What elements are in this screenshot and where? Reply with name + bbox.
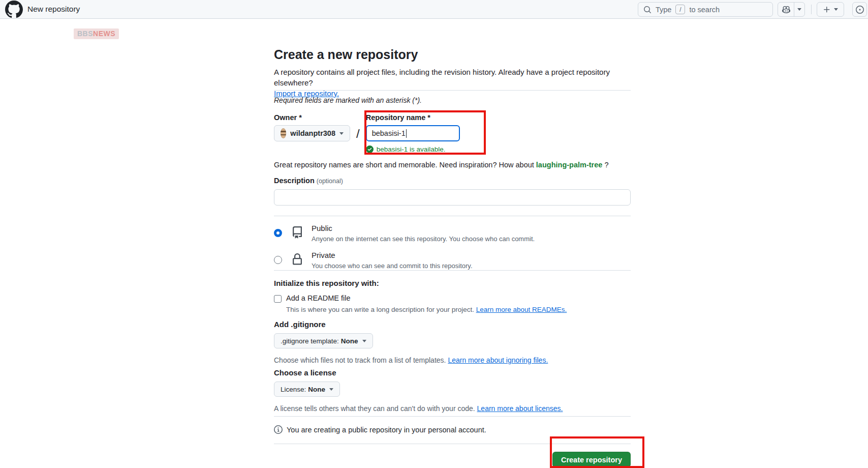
initialize-heading: Initialize this repository with: <box>274 279 631 287</box>
required-asterisk: * <box>427 113 430 122</box>
license-heading: Choose a license <box>274 368 631 377</box>
availability-message: bebasisi-1 is available. <box>366 145 460 153</box>
divider <box>274 444 631 444</box>
chevron-down-icon <box>339 132 344 135</box>
readme-learn-more-link[interactable]: Learn more about READMEs. <box>476 306 567 313</box>
private-label: Private <box>312 250 473 260</box>
watermark-text-gray: BBS <box>77 30 93 38</box>
header-divider <box>811 5 812 14</box>
repository-name-input[interactable]: bebasisi-1 <box>366 125 460 141</box>
description-field: Description (optional) <box>274 177 631 206</box>
page-context-title: New repository <box>27 5 80 14</box>
owner-name: wildanptr308 <box>290 129 335 137</box>
license-learn-more-link[interactable]: Learn more about licenses. <box>477 404 563 413</box>
license-select-value: None <box>308 386 325 393</box>
github-new-repository-page: { "colors": { "annotation_red": "#e8150d… <box>0 0 868 468</box>
description-label: Description (optional) <box>274 177 631 185</box>
required-fields-note: Required fields are marked with an aster… <box>274 96 631 104</box>
copilot-menu-button[interactable] <box>778 2 805 17</box>
bbsnews-watermark: BBSNEWS <box>74 28 119 39</box>
issues-button[interactable] <box>852 2 867 17</box>
license-select[interactable]: License: None <box>274 382 340 397</box>
public-description: Anyone on the internet can see this repo… <box>312 235 535 244</box>
copilot-dropdown-button[interactable] <box>794 3 804 16</box>
visibility-options: Public Anyone on the internet can see th… <box>274 223 631 277</box>
private-radio[interactable] <box>274 256 282 264</box>
readme-checkbox[interactable] <box>274 295 282 303</box>
github-logo-icon[interactable] <box>5 1 23 18</box>
license-section: Choose a license License: None A license… <box>274 368 631 414</box>
check-circle-icon <box>366 145 374 153</box>
chevron-down-icon <box>329 388 333 391</box>
slash-key-hint: / <box>675 5 685 14</box>
name-suggestion: Great repository names are short and mem… <box>274 160 631 170</box>
form-actions: Create repository <box>274 452 631 468</box>
optional-note: (optional) <box>317 178 343 185</box>
private-description: You choose who can see and commit to thi… <box>312 261 473 271</box>
public-label: Public <box>312 223 535 233</box>
divider <box>274 216 631 216</box>
divider <box>274 416 631 417</box>
required-asterisk: * <box>299 113 302 122</box>
intro-block: A repository contains all project files,… <box>274 67 631 99</box>
create-repository-button[interactable]: Create repository <box>552 452 631 467</box>
divider <box>274 270 631 271</box>
intro-text: A repository contains all project files,… <box>274 67 631 88</box>
owner-select[interactable]: wildanptr308 <box>274 125 350 141</box>
public-option[interactable]: Public Anyone on the internet can see th… <box>274 223 631 244</box>
private-option[interactable]: Private You choose who can see and commi… <box>274 250 631 271</box>
footer-note: You are creating a public repository in … <box>274 425 631 434</box>
create-new-menu-button[interactable] <box>817 2 844 17</box>
gitignore-template-select[interactable]: .gitignore template: None <box>274 333 373 348</box>
owner-repo-row: Owner * wildanptr308 / Repository name *… <box>274 113 631 153</box>
owner-field: Owner * wildanptr308 <box>274 113 350 141</box>
readme-option[interactable]: Add a README file <box>274 294 631 303</box>
suggested-name-link[interactable]: laughing-palm-tree <box>536 161 603 169</box>
lock-icon <box>291 253 303 266</box>
text-cursor <box>406 129 407 138</box>
owner-repo-separator: / <box>356 113 360 141</box>
search-icon <box>643 6 652 14</box>
app-header: New repository Type / to search <box>0 0 868 19</box>
description-input[interactable] <box>274 189 631 206</box>
repository-name-field: Repository name * bebasisi-1 bebasisi-1 … <box>366 113 460 153</box>
gitignore-select-prefix: .gitignore template: <box>281 337 339 345</box>
public-radio[interactable] <box>274 229 282 237</box>
license-select-prefix: License: <box>281 386 306 393</box>
chevron-down-icon <box>797 8 801 11</box>
gitignore-learn-more-link[interactable]: Learn more about ignoring files. <box>448 356 548 364</box>
search-input[interactable]: Type / to search <box>638 2 773 17</box>
copilot-icon[interactable] <box>778 3 794 16</box>
initialize-section: Initialize this repository with: Add a R… <box>274 279 631 313</box>
repository-name-label: Repository name * <box>366 113 460 122</box>
gitignore-description: Choose which files not to track from a l… <box>274 356 631 365</box>
issue-opened-icon <box>856 6 864 14</box>
watermark-text-red: NEWS <box>93 30 115 38</box>
avatar <box>281 128 286 138</box>
info-icon <box>274 425 283 434</box>
repo-book-icon <box>291 226 303 239</box>
create-repository-form: Create a new repository A repository con… <box>274 19 631 468</box>
license-description: A license tells others what they can and… <box>274 404 631 414</box>
search-placeholder-suffix: to search <box>689 6 720 14</box>
divider <box>274 90 631 91</box>
owner-label: Owner * <box>274 113 350 122</box>
page-title: Create a new repository <box>274 47 631 62</box>
gitignore-section: Add .gitignore .gitignore template: None… <box>274 320 631 365</box>
readme-description: This is where you can write a long descr… <box>286 306 631 313</box>
search-placeholder-prefix: Type <box>656 6 671 14</box>
gitignore-heading: Add .gitignore <box>274 320 631 329</box>
gitignore-select-value: None <box>341 337 358 345</box>
readme-label: Add a README file <box>286 294 351 302</box>
chevron-down-icon <box>834 8 838 11</box>
repository-name-value: bebasisi-1 <box>372 129 406 137</box>
chevron-down-icon <box>362 340 366 342</box>
plus-icon <box>823 6 831 14</box>
